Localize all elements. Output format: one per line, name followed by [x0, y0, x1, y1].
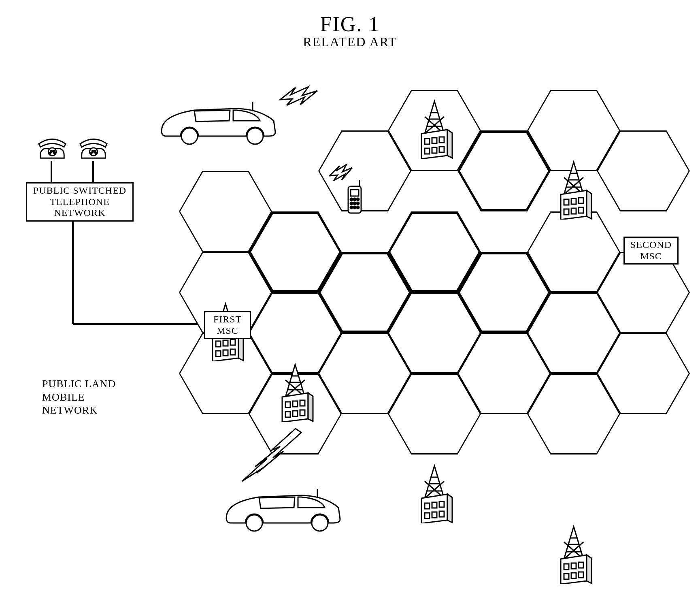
svg-point-147	[181, 128, 198, 144]
svg-rect-78	[564, 574, 569, 579]
svg-rect-65	[432, 502, 437, 508]
figure-title: FIG. 1	[8, 12, 692, 36]
svg-rect-55	[300, 400, 305, 406]
diagram-canvas: PUBLIC SWITCHEDTELEPHONE NETWORK PUBLIC …	[8, 62, 692, 588]
svg-rect-75	[564, 564, 569, 570]
svg-point-11	[92, 151, 94, 152]
radio-signal-icon	[329, 164, 353, 182]
svg-rect-151	[351, 190, 359, 196]
svg-rect-34	[564, 209, 569, 215]
cell-tower-icon	[415, 463, 454, 523]
svg-rect-21	[432, 138, 437, 143]
svg-rect-77	[579, 562, 583, 568]
svg-point-14	[95, 153, 97, 154]
svg-rect-32	[571, 198, 576, 204]
svg-point-161	[357, 206, 359, 209]
svg-rect-35	[571, 208, 576, 214]
svg-point-148	[247, 128, 263, 144]
car-icon	[154, 94, 279, 147]
second-msc-box: SECONDMSC	[623, 237, 679, 265]
plmn-label: PUBLIC LAND MOBILENETWORK	[42, 378, 155, 417]
svg-rect-46	[223, 350, 228, 356]
svg-rect-47	[230, 349, 235, 355]
svg-rect-44	[230, 339, 235, 345]
svg-point-12	[94, 151, 96, 152]
svg-rect-64	[425, 503, 430, 509]
svg-rect-56	[285, 412, 290, 417]
svg-point-156	[350, 202, 353, 205]
svg-point-13	[90, 153, 92, 154]
pstn-box: PUBLIC SWITCHEDTELEPHONE NETWORK	[26, 182, 134, 222]
svg-point-7	[53, 151, 55, 152]
svg-point-163	[312, 515, 328, 531]
svg-rect-24	[432, 147, 437, 153]
svg-rect-31	[564, 199, 569, 205]
svg-rect-20	[425, 139, 430, 144]
svg-rect-53	[285, 402, 290, 408]
svg-point-8	[49, 153, 51, 154]
cell-tower-icon	[554, 523, 593, 584]
svg-rect-68	[432, 512, 437, 518]
svg-rect-66	[439, 501, 444, 507]
svg-point-157	[353, 202, 356, 205]
svg-rect-58	[300, 410, 305, 416]
svg-rect-23	[425, 148, 430, 154]
svg-rect-43	[223, 340, 228, 346]
svg-point-160	[353, 206, 356, 209]
svg-rect-33	[579, 198, 583, 203]
cell-tower-icon	[554, 159, 593, 220]
svg-rect-76	[571, 563, 576, 569]
svg-rect-42	[216, 341, 221, 347]
svg-rect-80	[579, 572, 583, 578]
svg-rect-36	[579, 207, 583, 213]
car-icon	[219, 481, 344, 533]
telephone-icon	[36, 130, 68, 162]
svg-rect-57	[293, 411, 298, 416]
svg-rect-67	[425, 513, 430, 519]
telephone-icon	[78, 130, 109, 162]
cell-tower-icon	[415, 98, 454, 159]
svg-point-9	[54, 153, 55, 154]
radio-signal-icon	[235, 426, 308, 487]
svg-rect-54	[293, 401, 298, 407]
svg-rect-45	[216, 351, 221, 356]
svg-point-159	[350, 206, 353, 209]
svg-point-162	[246, 515, 262, 531]
mobile-handset-icon	[344, 179, 365, 216]
radio-signal-icon	[279, 85, 319, 108]
cell-tower-icon	[276, 361, 315, 422]
svg-point-6	[51, 151, 52, 152]
figure-subtitle: RELATED ART	[8, 34, 692, 49]
svg-point-154	[353, 198, 356, 201]
svg-point-153	[350, 198, 353, 201]
svg-point-158	[357, 202, 359, 205]
first-msc-box: FIRSTMSC	[204, 311, 251, 339]
svg-rect-25	[439, 147, 444, 152]
svg-point-155	[357, 198, 359, 201]
svg-rect-22	[439, 137, 444, 143]
svg-rect-79	[571, 573, 576, 578]
svg-rect-69	[439, 511, 444, 517]
